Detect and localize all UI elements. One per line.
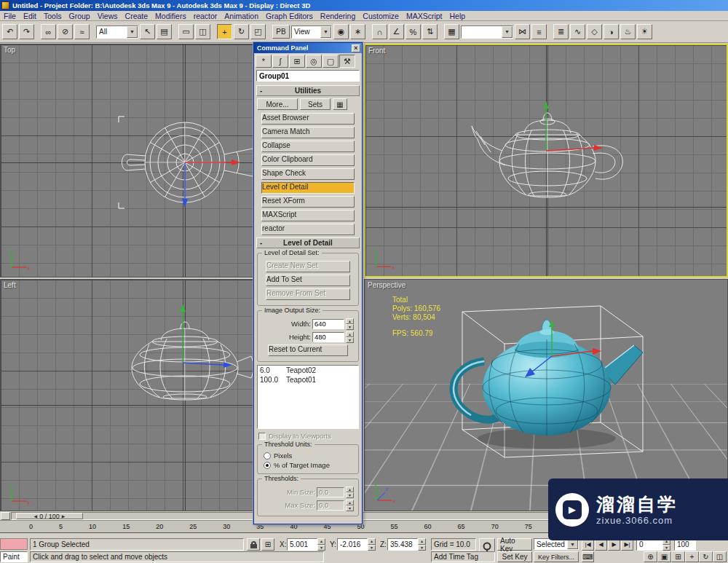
unlink-selection-icon[interactable]: ⊘ bbox=[58, 24, 73, 39]
viewport-front[interactable]: Front x z bbox=[364, 44, 728, 277]
z-spinner[interactable]: ▴▾ bbox=[418, 538, 426, 551]
edit-named-selection-sets-icon[interactable]: ▦ bbox=[444, 24, 459, 39]
menu-group[interactable]: Group bbox=[66, 12, 94, 20]
select-and-link-icon[interactable]: ∞ bbox=[41, 24, 56, 39]
add-to-set-button[interactable]: Add To Set bbox=[266, 275, 350, 286]
render-scene-icon[interactable]: ♨ bbox=[620, 24, 636, 39]
move-gizmo[interactable] bbox=[177, 302, 239, 371]
maxscript-mini-listener[interactable]: Paint bbox=[0, 551, 28, 562]
menu-modifiers[interactable]: Modifiers bbox=[151, 12, 190, 20]
utility-shape-check[interactable]: Shape Check bbox=[261, 168, 355, 180]
move-gizmo[interactable] bbox=[540, 100, 609, 165]
curve-editor-icon[interactable]: ∿ bbox=[570, 24, 585, 39]
use-pivot-point-center-icon[interactable]: ◉ bbox=[333, 24, 349, 39]
tab-motion[interactable]: ◎ bbox=[306, 55, 322, 68]
menu-animation[interactable]: Animation bbox=[221, 12, 262, 20]
set-key-button[interactable]: Set Key bbox=[497, 551, 532, 562]
x-spinner[interactable]: ▴▾ bbox=[317, 538, 325, 551]
tab-display[interactable]: ▢ bbox=[323, 55, 339, 68]
selection-lock-toggle[interactable] bbox=[247, 538, 260, 551]
menu-help[interactable]: Help bbox=[446, 12, 470, 20]
close-icon[interactable]: × bbox=[352, 44, 360, 52]
chevron-down-icon[interactable]: ▼ bbox=[502, 26, 513, 38]
command-panel-titlebar[interactable]: Command Panel × bbox=[254, 43, 362, 53]
frame-back-icon[interactable]: ◀ bbox=[34, 513, 38, 519]
redo-icon[interactable]: ↷ bbox=[19, 24, 34, 39]
select-by-name-icon[interactable]: ▤ bbox=[157, 24, 172, 39]
keyboard-shortcut-override-toggle[interactable]: ⌨ bbox=[582, 551, 594, 562]
menu-edit[interactable]: Edit bbox=[20, 12, 40, 20]
utility-reset-xform[interactable]: Reset XForm bbox=[261, 196, 355, 208]
select-and-manipulate-icon[interactable]: ∗ bbox=[350, 24, 365, 39]
zoom-extents-button[interactable]: ▣ bbox=[657, 551, 671, 562]
utility-maxscript[interactable]: MAXScript bbox=[261, 210, 355, 221]
menu-customize[interactable]: Customize bbox=[359, 12, 403, 20]
configure-button-sets-icon[interactable]: ▦ bbox=[333, 98, 347, 110]
frame-forward-icon[interactable]: ▶ bbox=[62, 513, 66, 519]
selection-filter-dropdown[interactable]: All ▼ bbox=[96, 25, 138, 39]
reset-to-current-button[interactable]: Reset to Current bbox=[268, 345, 348, 356]
z-coordinate-field[interactable]: 35.438 bbox=[387, 538, 418, 551]
object-name-field[interactable] bbox=[256, 70, 360, 82]
add-time-tag[interactable]: Add Time Tag bbox=[431, 551, 495, 562]
y-coordinate-field[interactable]: -2.016 bbox=[337, 538, 368, 551]
percent-of-target-radio[interactable] bbox=[264, 462, 271, 469]
viewport-label-front[interactable]: Front bbox=[368, 47, 385, 55]
height-spinner[interactable]: ▴▾ bbox=[346, 331, 354, 342]
menu-maxscript[interactable]: MAXScript bbox=[403, 12, 446, 20]
move-gizmo[interactable] bbox=[179, 157, 248, 215]
absolute-mode-transform-type-in[interactable]: ⊞ bbox=[261, 538, 274, 551]
select-and-rotate-icon[interactable]: ↻ bbox=[234, 24, 249, 39]
viewport-perspective[interactable]: Perspective Total Polys: 160,576 Verts: … bbox=[364, 279, 728, 511]
menu-tools[interactable]: Tools bbox=[40, 12, 66, 20]
utility-color-clipboard[interactable]: Color Clipboard bbox=[261, 154, 355, 166]
menu-create[interactable]: Create bbox=[122, 12, 152, 20]
move-gizmo[interactable] bbox=[521, 320, 605, 389]
pixels-radio[interactable] bbox=[264, 452, 271, 460]
chevron-down-icon[interactable]: ▼ bbox=[127, 26, 138, 38]
maximize-viewport-toggle[interactable]: ◫ bbox=[713, 551, 727, 562]
reference-coordinate-dropdown[interactable]: View ▼ bbox=[291, 25, 332, 39]
menu-views[interactable]: Views bbox=[94, 12, 122, 20]
auto-key-button[interactable]: Auto Key bbox=[497, 538, 532, 551]
viewport-label-top[interactable]: Top bbox=[4, 46, 15, 54]
quick-render-icon[interactable]: ☀ bbox=[637, 24, 652, 39]
rectangular-selection-region-icon[interactable]: ▭ bbox=[178, 24, 194, 39]
list-item[interactable]: 100.0 Teapot01 bbox=[258, 375, 358, 385]
spinner-snap-toggle-icon[interactable]: ⇅ bbox=[422, 24, 438, 39]
rollout-utilities[interactable]: -Utilities bbox=[256, 85, 360, 96]
select-and-move-icon[interactable]: + bbox=[217, 24, 232, 39]
command-panel-window[interactable]: Command Panel × * ʃ ⊞ ◎ ▢ ⚒ -Utilities M… bbox=[253, 42, 363, 524]
rollout-level-of-detail[interactable]: -Level of Detail bbox=[256, 237, 360, 248]
snaps-toggle-icon[interactable]: ∩ bbox=[372, 24, 387, 39]
tab-create[interactable]: * bbox=[256, 55, 272, 68]
window-crossing-toggle-icon[interactable]: ◫ bbox=[195, 24, 210, 39]
key-filters-button[interactable]: Key Filters... bbox=[534, 551, 579, 562]
menu-graph-editors[interactable]: Graph Editors bbox=[262, 12, 317, 20]
chevron-down-icon[interactable]: ▼ bbox=[320, 26, 331, 38]
macro-recorder-field[interactable] bbox=[0, 538, 28, 550]
width-spinner[interactable]: ▴▾ bbox=[346, 318, 354, 329]
bind-to-space-warp-icon[interactable]: ≈ bbox=[74, 24, 90, 39]
tab-utilities[interactable]: ⚒ bbox=[339, 55, 355, 68]
undo-icon[interactable]: ↶ bbox=[2, 24, 17, 39]
select-object-icon[interactable]: ↖ bbox=[140, 24, 155, 39]
utility-camera-match[interactable]: Camera Match bbox=[261, 127, 355, 138]
layer-manager-icon[interactable]: ≣ bbox=[553, 24, 569, 39]
menu-file[interactable]: File bbox=[0, 12, 20, 20]
y-spinner[interactable]: ▴▾ bbox=[368, 538, 376, 551]
list-item[interactable]: 6.0 Teapot02 bbox=[258, 366, 358, 375]
open-mini-trackbar-button[interactable] bbox=[1, 512, 10, 520]
schematic-view-icon[interactable]: ◇ bbox=[587, 24, 602, 39]
menu-reactor[interactable]: reactor bbox=[190, 12, 221, 20]
tab-hierarchy[interactable]: ⊞ bbox=[289, 55, 305, 68]
tab-modify[interactable]: ʃ bbox=[272, 55, 288, 68]
zoom-extents-all-button[interactable]: ⊞ bbox=[671, 551, 685, 562]
lod-threshold-list[interactable]: 6.0 Teapot02 100.0 Teapot01 bbox=[257, 365, 359, 429]
zoom-button[interactable]: ⊕ bbox=[644, 551, 657, 562]
select-and-scale-icon[interactable]: ◰ bbox=[250, 24, 266, 39]
angle-snap-toggle-icon[interactable]: ∠ bbox=[389, 24, 404, 39]
material-editor-icon[interactable]: ◑ bbox=[604, 24, 619, 39]
time-slider-thumb[interactable]: ◀ 0 / 100 ▶ bbox=[16, 513, 83, 519]
viewport-label-left[interactable]: Left bbox=[4, 281, 16, 289]
